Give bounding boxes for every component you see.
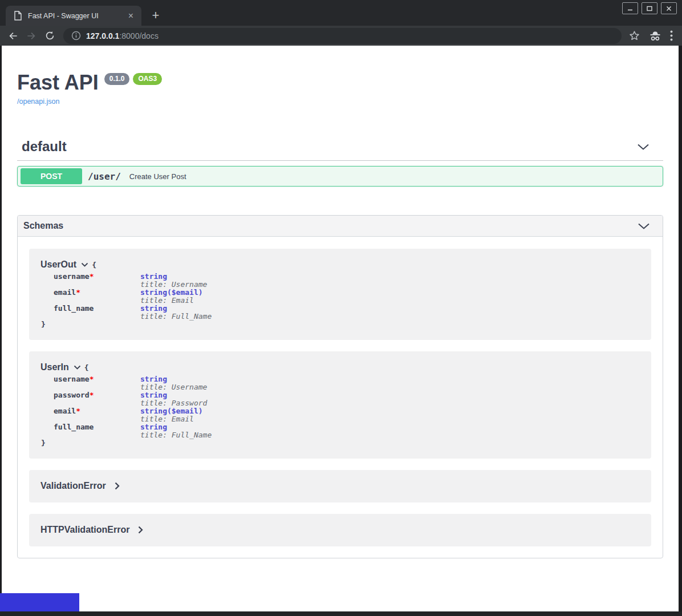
close-brace: } <box>40 321 640 329</box>
api-header: Fast API 0.1.0 OAS3 <box>17 71 663 94</box>
required-star: * <box>76 288 80 297</box>
required-star: * <box>90 272 94 281</box>
property-row: full_name string title: Full_Name <box>40 305 640 321</box>
schemas-header[interactable]: Schemas <box>18 216 663 237</box>
page-favicon-document-icon <box>14 11 22 21</box>
tab-close-icon[interactable]: × <box>126 11 136 21</box>
method-badge: POST <box>21 168 82 184</box>
chevron-down-icon[interactable] <box>638 222 650 230</box>
browser-menu-button[interactable] <box>670 30 673 41</box>
property-type: string($email) <box>140 407 203 415</box>
property-name: email <box>54 288 76 297</box>
property-row: full_name string title: Full_Name <box>40 423 640 439</box>
chevron-down-icon[interactable] <box>81 262 88 267</box>
model-userin-toggle[interactable]: UserIn { <box>40 362 640 372</box>
schemas-section: Schemas UserOut { <box>17 215 663 558</box>
address-bar[interactable]: 127.0.0.1:8000/docs <box>63 28 622 44</box>
property-row: username* string title: Username <box>40 273 640 289</box>
url-host: 127.0.0.1 <box>86 31 119 40</box>
url-path: :8000/docs <box>119 31 159 40</box>
model-validationerror-toggle[interactable]: ValidationError <box>40 481 640 491</box>
close-brace: } <box>40 439 640 447</box>
close-button[interactable] <box>661 2 677 14</box>
forward-button[interactable] <box>22 28 40 44</box>
swagger-content: Fast API 0.1.0 OAS3 /openapi.json defaul… <box>0 46 682 558</box>
property-title: title: Full_Name <box>140 313 212 321</box>
reload-icon <box>44 30 55 41</box>
property-title: title: Username <box>140 281 207 289</box>
tag-title: default <box>22 139 67 155</box>
property-row: email* string($email) title: Email <box>40 289 640 305</box>
reload-button[interactable] <box>40 28 59 44</box>
site-info-icon[interactable] <box>71 31 81 40</box>
minimize-button[interactable] <box>622 2 638 14</box>
model-name: HTTPValidationError <box>40 525 129 535</box>
tag-divider <box>17 160 663 161</box>
model-name: UserIn <box>40 362 69 372</box>
model-userout-toggle[interactable]: UserOut { <box>40 260 640 270</box>
tab-strip: Fast API - Swagger UI × + <box>0 0 682 26</box>
oas3-badge: OAS3 <box>133 73 162 85</box>
model-properties: username* string title: Username passwor… <box>40 375 640 447</box>
api-badges: 0.1.0 OAS3 <box>104 73 162 85</box>
property-type: string <box>140 273 207 281</box>
property-type: string <box>140 375 207 383</box>
swagger-page: Fast API 0.1.0 OAS3 /openapi.json defaul… <box>0 46 682 611</box>
required-star: * <box>90 375 94 383</box>
model-userin: UserIn { username* string tit <box>29 351 651 459</box>
window-border-right <box>679 46 682 611</box>
url-text: 127.0.0.1:8000/docs <box>86 31 159 40</box>
incognito-icon <box>648 30 662 42</box>
chevron-down-icon[interactable] <box>74 365 81 370</box>
property-name: full_name <box>54 423 94 431</box>
endpoint-path: /user/ <box>88 171 121 182</box>
star-icon <box>628 30 640 42</box>
chevron-right-icon[interactable] <box>138 526 143 534</box>
kebab-menu-icon <box>670 30 673 41</box>
property-name: username <box>54 272 90 281</box>
maximize-icon <box>646 5 653 12</box>
model-httpvalidationerror-toggle[interactable]: HTTPValidationError <box>40 525 640 535</box>
tag-section-default[interactable]: default <box>17 139 663 155</box>
model-httpvalidationerror: HTTPValidationError <box>29 514 651 546</box>
property-row: password* string title: Password <box>40 391 640 407</box>
new-tab-button[interactable]: + <box>147 7 164 25</box>
toolbar-actions <box>622 30 682 42</box>
property-title: title: Username <box>140 383 207 391</box>
tab-title: Fast API - Swagger UI <box>28 12 126 20</box>
endpoint-post-user[interactable]: POST /user/ Create User Post <box>17 166 663 187</box>
chevron-right-icon[interactable] <box>115 482 120 490</box>
property-type: string <box>140 305 212 313</box>
close-icon <box>665 5 672 12</box>
required-star: * <box>76 407 80 415</box>
browser-window: Fast API - Swagger UI × + <box>0 0 682 616</box>
openapi-json-link[interactable]: /openapi.json <box>17 98 59 106</box>
chevron-down-icon[interactable] <box>637 143 649 151</box>
property-row: username* string title: Username <box>40 375 640 391</box>
model-validationerror: ValidationError <box>29 470 651 502</box>
browser-tab[interactable]: Fast API - Swagger UI × <box>6 6 141 26</box>
model-name: ValidationError <box>40 481 106 491</box>
open-brace: { <box>92 261 96 269</box>
schemas-body: UserOut { username* string ti <box>18 237 663 558</box>
endpoint-summary: Create User Post <box>129 172 186 181</box>
back-button[interactable] <box>4 28 22 44</box>
model-properties: username* string title: Username email* … <box>40 273 640 329</box>
minimize-icon <box>627 5 634 12</box>
property-type: string <box>140 423 212 431</box>
window-controls <box>622 2 677 14</box>
maximize-button[interactable] <box>642 2 657 14</box>
bookmark-star-button[interactable] <box>628 30 640 42</box>
model-name: UserOut <box>40 260 76 270</box>
property-title: title: Full_Name <box>140 431 212 439</box>
required-star: * <box>90 391 94 399</box>
version-badge: 0.1.0 <box>104 73 130 85</box>
browser-toolbar: 127.0.0.1:8000/docs <box>0 26 682 46</box>
blue-overlay-rectangle <box>0 593 79 611</box>
property-type: string <box>140 391 207 399</box>
model-userout: UserOut { username* string ti <box>29 249 651 340</box>
schemas-title: Schemas <box>23 221 63 231</box>
property-name: email <box>54 407 76 415</box>
back-arrow-icon <box>7 30 19 42</box>
forward-arrow-icon <box>26 30 37 42</box>
